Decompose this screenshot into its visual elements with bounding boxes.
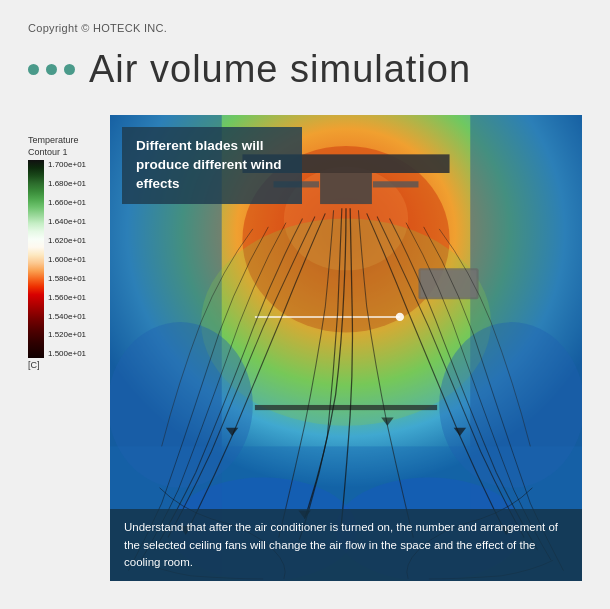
legend-label: 1.620e+01 <box>48 236 86 245</box>
simulation-caption: Different blades will produce different … <box>122 127 302 204</box>
page-title: Air volume simulation <box>89 48 471 91</box>
page: Copyright © HOTECK INC. Air volume simul… <box>0 0 610 609</box>
dot-3 <box>64 64 75 75</box>
legend-unit: [C] <box>28 360 100 370</box>
legend-label: 1.600e+01 <box>48 255 86 264</box>
main-content: Temperature Contour 1 1.700e+011.680e+01… <box>28 115 582 581</box>
decorative-dots <box>28 64 75 75</box>
simulation-area: Different blades will produce different … <box>110 115 582 581</box>
legend-label: 1.680e+01 <box>48 179 86 188</box>
legend-color-bar <box>28 160 44 358</box>
legend-label: 1.660e+01 <box>48 198 86 207</box>
svg-point-9 <box>439 322 582 488</box>
copyright-text: Copyright © HOTECK INC. <box>28 22 167 34</box>
svg-point-17 <box>396 313 404 321</box>
legend-label: 1.540e+01 <box>48 312 86 321</box>
legend-label: 1.640e+01 <box>48 217 86 226</box>
temperature-legend: Temperature Contour 1 1.700e+011.680e+01… <box>28 115 100 581</box>
simulation-bottom-caption: Understand that after the air conditione… <box>110 509 582 581</box>
dot-1 <box>28 64 39 75</box>
dot-2 <box>46 64 57 75</box>
legend-label: 1.700e+01 <box>48 160 86 169</box>
header: Air volume simulation <box>28 48 471 91</box>
svg-rect-15 <box>373 181 419 187</box>
svg-rect-13 <box>320 173 372 204</box>
svg-rect-20 <box>255 405 437 410</box>
legend-label: 1.560e+01 <box>48 293 86 302</box>
legend-labels: 1.700e+011.680e+011.660e+011.640e+011.62… <box>48 160 86 358</box>
legend-title: Temperature Contour 1 <box>28 135 100 158</box>
legend-label: 1.580e+01 <box>48 274 86 283</box>
svg-point-8 <box>110 322 253 488</box>
simulation-background: Different blades will produce different … <box>110 115 582 581</box>
legend-label: 1.520e+01 <box>48 330 86 339</box>
legend-label: 1.500e+01 <box>48 349 86 358</box>
